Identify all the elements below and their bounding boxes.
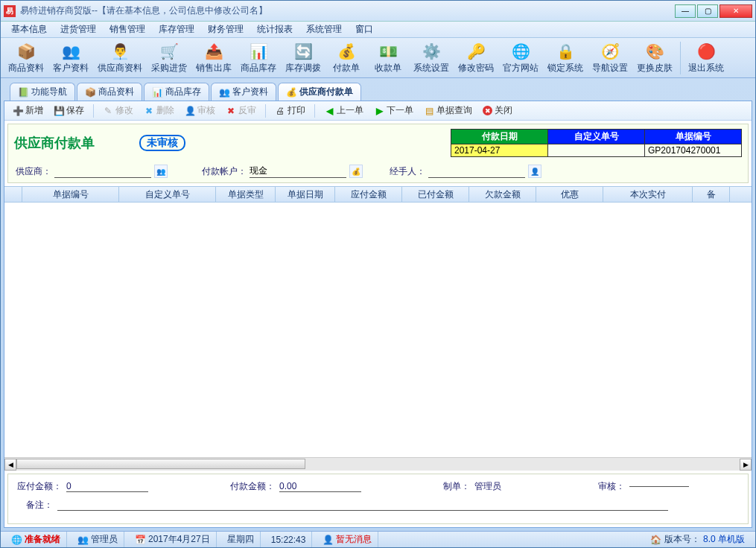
next-button[interactable]: ▶下一单 (370, 103, 417, 118)
user-msg-icon: 👤 (323, 535, 333, 545)
tab-商品资料[interactable]: 📦商品资料 (77, 83, 142, 101)
audit-button[interactable]: 👤审核 (181, 103, 219, 118)
handler-input[interactable] (428, 165, 525, 178)
tool-锁定系统[interactable]: 🔒锁定系统 (543, 39, 588, 76)
version-value: 8.0 单机版 (703, 533, 745, 546)
grid-header: 单据编号自定义单号单据类型单据日期应付金额已付金额欠款金额优惠本次实付备 (4, 186, 752, 203)
status-message: 👤暂无消息 (317, 532, 378, 547)
tool-修改密码[interactable]: 🔑修改密码 (454, 39, 498, 76)
bill-no-value: GP201704270001 (645, 144, 742, 157)
商品库存-icon: 📊 (248, 41, 269, 62)
scroll-left-arrow[interactable]: ◀ (4, 459, 16, 471)
col-已付金额[interactable]: 已付金额 (402, 187, 469, 202)
tab-功能导航[interactable]: 📗功能导航 (10, 83, 75, 101)
unaudit-button[interactable]: ✖反审 (222, 103, 260, 118)
cross-red-icon: ✖ (226, 106, 236, 116)
tool-商品资料[interactable]: 📦商品资料 (4, 39, 48, 76)
menu-财务管理[interactable]: 财务管理 (202, 22, 250, 37)
menu-统计报表[interactable]: 统计报表 (251, 22, 299, 37)
prev-button[interactable]: ◀上一单 (320, 103, 367, 118)
supplier-lookup-button[interactable]: 👥 (154, 165, 168, 178)
pay-date-value[interactable]: 2017-04-27 (451, 144, 548, 157)
horizontal-scrollbar[interactable]: ◀ ▶ (4, 457, 752, 471)
tool-商品库存[interactable]: 📊商品库存 (236, 39, 281, 76)
col-优惠[interactable]: 优惠 (536, 187, 603, 202)
pencil-icon: ✎ (103, 106, 113, 116)
menu-进货管理[interactable]: 进货管理 (54, 22, 102, 37)
save-button[interactable]: 💾保存 (50, 103, 88, 118)
users-icon: 👥 (77, 535, 88, 545)
minimize-button[interactable]: — (675, 4, 696, 18)
globe-icon: 🌐 (11, 535, 22, 545)
tool-导航设置[interactable]: 🧭导航设置 (588, 39, 632, 76)
maker-label: 制单： (443, 480, 470, 493)
col-单据编号[interactable]: 单据编号 (22, 187, 119, 202)
tool-收款单[interactable]: 💵收款单 (367, 39, 409, 76)
menu-库存管理[interactable]: 库存管理 (153, 22, 200, 37)
menu-销售管理[interactable]: 销售管理 (104, 22, 151, 37)
tool-销售出库[interactable]: 📤销售出库 (191, 39, 236, 76)
payacct-lookup-button[interactable]: 💰 (349, 165, 363, 178)
col-selector[interactable] (4, 187, 22, 202)
supplier-label: 供应商： (16, 165, 51, 178)
handler-lookup-button[interactable]: 👤 (528, 165, 541, 178)
active-panel: ➕新增 💾保存 ✎修改 ✖删除 👤审核 ✖反审 🖨打印 ◀上一单 ▶下一单 ▤单… (4, 101, 752, 528)
grid-body[interactable] (4, 203, 752, 457)
supplier-field: 供应商： 👥 (16, 165, 168, 178)
tool-系统设置[interactable]: ⚙️系统设置 (409, 39, 454, 76)
收款单-icon: 💵 (378, 41, 398, 62)
close-button[interactable]: ✕ (720, 4, 752, 18)
col-自定义单号[interactable]: 自定义单号 (119, 187, 216, 202)
menu-窗口[interactable]: 窗口 (349, 22, 379, 37)
锁定系统-icon: 🔒 (555, 41, 576, 62)
tab-商品库存[interactable]: 📊商品库存 (144, 83, 209, 101)
panel-toolbar: ➕新增 💾保存 ✎修改 ✖删除 👤审核 ✖反审 🖨打印 ◀上一单 ▶下一单 ▤单… (4, 101, 752, 121)
tool-付款单[interactable]: 💰付款单 (325, 39, 367, 76)
remark-input[interactable] (57, 500, 668, 511)
scroll-thumb[interactable] (16, 459, 305, 469)
version-label: 版本号： (664, 533, 700, 546)
tool-采购进货[interactable]: 🛒采购进货 (147, 39, 191, 76)
tool-库存调拨[interactable]: 🔄库存调拨 (281, 39, 325, 76)
delete-button[interactable]: ✖删除 (140, 103, 178, 118)
custom-no-value[interactable] (548, 144, 645, 157)
tool-退出系统[interactable]: 🔴退出系统 (684, 39, 728, 76)
auditor-label: 审核： (598, 480, 625, 493)
user-icon: 👤 (185, 106, 195, 116)
custom-no-header: 自定义单号 (548, 130, 645, 144)
menu-基本信息[interactable]: 基本信息 (5, 22, 53, 37)
payacct-input[interactable] (250, 165, 346, 178)
col-欠款金额[interactable]: 欠款金额 (469, 187, 536, 202)
maximize-button[interactable]: ▢ (697, 4, 718, 18)
status-bar: 🌐准备就绪 👥管理员 📅2017年4月27日 星期四 15:22:43 👤暂无消… (1, 531, 755, 547)
col-单据类型[interactable]: 单据类型 (216, 187, 276, 202)
tool-官方网站[interactable]: 🌐官方网站 (498, 39, 543, 76)
print-button[interactable]: 🖨打印 (271, 103, 309, 118)
arrow-right-icon: ▶ (374, 106, 384, 116)
tool-更换皮肤[interactable]: 🎨更换皮肤 (632, 39, 677, 76)
status-date: 📅2017年4月27日 (129, 532, 217, 547)
tab-供应商付款单[interactable]: 💰供应商付款单 (278, 83, 361, 101)
edit-button[interactable]: ✎修改 (99, 103, 137, 118)
status-ready: 🌐准备就绪 (5, 532, 67, 547)
tool-供应商资料[interactable]: 👨‍💼供应商资料 (93, 39, 147, 76)
query-button[interactable]: ▤单据查询 (420, 103, 476, 118)
col-备[interactable]: 备 (693, 187, 730, 202)
menu-系统管理[interactable]: 系统管理 (300, 22, 348, 37)
更换皮肤-icon: 🎨 (644, 41, 665, 62)
tab-客户资料[interactable]: 👥客户资料 (211, 83, 276, 101)
pay-date-header: 付款日期 (451, 130, 548, 144)
tool-客户资料[interactable]: 👥客户资料 (48, 39, 93, 76)
col-应付金额[interactable]: 应付金额 (335, 187, 402, 202)
bill-no-header: 单据编号 (645, 130, 742, 144)
close-panel-button[interactable]: ✖关闭 (479, 103, 516, 118)
tab-icon: 📗 (18, 87, 28, 98)
supplier-input[interactable] (54, 165, 151, 178)
col-单据日期[interactable]: 单据日期 (276, 187, 335, 202)
tab-icon: 📊 (152, 87, 162, 98)
col-本次实付[interactable]: 本次实付 (603, 187, 693, 202)
new-button[interactable]: ➕新增 (9, 103, 47, 118)
系统设置-icon: ⚙️ (421, 41, 442, 62)
scroll-right-arrow[interactable]: ▶ (740, 459, 752, 471)
cross-icon: ✖ (144, 106, 154, 116)
